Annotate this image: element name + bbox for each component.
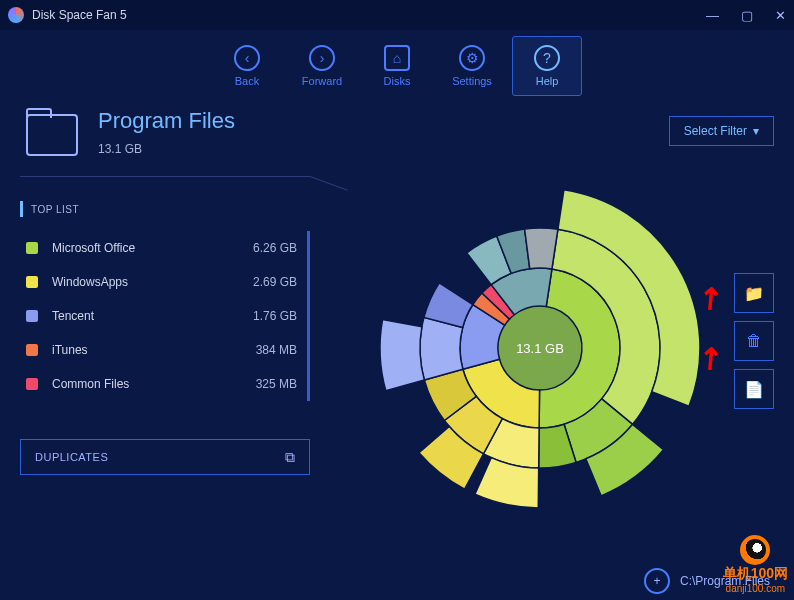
color-swatch [26,242,38,254]
list-item[interactable]: Common Files 325 MB [20,367,297,401]
help-button[interactable]: ? Help [512,36,582,96]
folder-name: Program Files [98,108,235,134]
color-swatch [26,344,38,356]
current-folder-header: Program Files 13.1 GB [20,108,310,177]
folder-size: 13.1 GB [98,142,235,156]
duplicates-label: DUPLICATES [35,451,108,463]
folder-icon [26,114,78,156]
item-name: iTunes [52,343,256,357]
settings-button[interactable]: ⚙ Settings [437,36,507,96]
toolbar: ‹ Back › Forward ⌂ Disks ⚙ Settings ? He… [0,30,794,98]
item-size: 2.69 GB [253,275,297,289]
list-item[interactable]: iTunes 384 MB [20,333,297,367]
chevron-down-icon: ▾ [753,124,759,138]
close-button[interactable]: ✕ [775,8,786,23]
chart-center-label: 13.1 GB [505,313,575,383]
help-label: Help [536,75,559,87]
sunburst-chart[interactable]: 13.1 GB [340,148,740,548]
list-item[interactable]: Microsoft Office 6.26 GB [20,231,297,265]
back-icon: ‹ [234,45,260,71]
forward-button[interactable]: › Forward [287,36,357,96]
open-folder-button[interactable]: 📁 [734,273,774,313]
watermark: 单机100网 danji100.com [723,535,788,594]
item-name: Tencent [52,309,253,323]
color-swatch [26,310,38,322]
forward-icon: › [309,45,335,71]
disks-label: Disks [384,75,411,87]
document-icon: 📄 [744,380,764,399]
maximize-button[interactable]: ▢ [741,8,753,23]
delete-button[interactable]: 🗑 [734,321,774,361]
item-name: Microsoft Office [52,241,253,255]
item-size: 384 MB [256,343,297,357]
item-size: 1.76 GB [253,309,297,323]
app-title: Disk Space Fan 5 [32,8,706,22]
item-name: WindowsApps [52,275,253,289]
title-bar: Disk Space Fan 5 — ▢ ✕ [0,0,794,30]
forward-label: Forward [302,75,342,87]
list-item[interactable]: WindowsApps 2.69 GB [20,265,297,299]
list-item[interactable]: Tencent 1.76 GB [20,299,297,333]
item-size: 325 MB [256,377,297,391]
app-logo-icon [8,7,24,23]
toplist-header: TOP LIST [20,201,310,217]
filter-label: Select Filter [684,124,747,138]
watermark-icon [740,535,770,565]
open-folder-icon: 📁 [744,284,764,303]
back-button[interactable]: ‹ Back [212,36,282,96]
duplicates-button[interactable]: DUPLICATES ⧉ [20,439,310,475]
disks-button[interactable]: ⌂ Disks [362,36,432,96]
trash-icon: 🗑 [746,332,762,350]
minimize-button[interactable]: — [706,8,719,23]
color-swatch [26,276,38,288]
top-list[interactable]: Microsoft Office 6.26 GB WindowsApps 2.6… [20,231,310,401]
item-size: 6.26 GB [253,241,297,255]
gear-icon: ⚙ [459,45,485,71]
help-icon: ? [534,45,560,71]
color-swatch [26,378,38,390]
disks-icon: ⌂ [384,45,410,71]
properties-button[interactable]: 📄 [734,369,774,409]
item-name: Common Files [52,377,256,391]
select-filter-button[interactable]: Select Filter ▾ [669,116,774,146]
settings-label: Settings [452,75,492,87]
add-path-button[interactable]: + [644,568,670,594]
duplicates-icon: ⧉ [285,449,296,466]
back-label: Back [235,75,259,87]
